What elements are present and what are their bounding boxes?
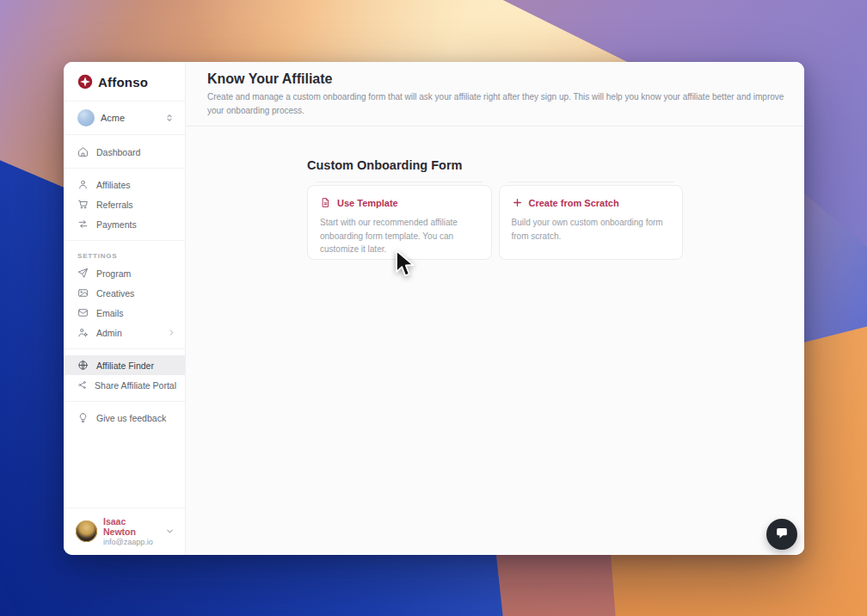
content-area: Custom Onboarding Form Use Template Star… [186,126,804,555]
user-gear-icon [77,327,89,338]
sidebar-item-affiliate-finder[interactable]: Affiliate Finder [64,355,185,375]
chevron-down-icon [165,527,175,536]
user-email: info@zaapp.io [103,538,159,546]
card-description: Build your own custom onboarding form fr… [512,216,671,243]
user-menu[interactable]: Isaac Newton info@zaapp.io [64,508,185,555]
sidebar-item-label: Affiliate Finder [96,360,176,371]
send-icon [77,268,89,279]
sidebar-divider [64,401,185,402]
page-title: Know Your Affiliate [207,71,789,87]
page-subtitle: Create and manage a custom onboarding fo… [207,90,789,117]
workspace-avatar [77,109,95,126]
section-title: Custom Onboarding Form [307,158,683,172]
sidebar-item-label: Share Affiliate Portal [95,380,176,391]
card-create-from-scratch[interactable]: Create from Scratch Build your own custo… [499,185,684,260]
user-avatar [76,521,97,542]
globe-icon [77,360,89,371]
chevron-right-icon [167,328,176,337]
cart-icon [77,199,89,210]
sidebar-item-give-us-feedback[interactable]: Give us feedback [64,408,185,428]
sidebar-item-label: Creatives [96,288,176,299]
sidebar-item-label: Admin [96,328,159,338]
share-icon [77,379,87,391]
sidebar-item-referrals[interactable]: Referrals [64,194,185,214]
image-icon [77,287,89,299]
sidebar-item-affiliates[interactable]: Affiliates [64,175,185,194]
desktop-wallpaper: Affonso Acme Dashboard Affiliates [0,0,867,616]
chat-widget-button[interactable] [766,519,797,550]
sidebar-divider [64,168,185,169]
sidebar-item-share-affiliate-portal[interactable]: Share Affiliate Portal [64,375,185,395]
sidebar-item-admin[interactable]: Admin [64,323,185,342]
app-window: Affonso Acme Dashboard Affiliates [64,62,804,555]
sidebar-item-label: Referrals [96,200,176,210]
app-logo: Affonso [64,62,185,102]
document-icon [320,197,331,208]
sidebar-item-label: Emails [96,308,176,318]
page-header: Know Your Affiliate Create and manage a … [186,62,804,126]
users-icon [77,179,89,190]
workspace-name: Acme [101,113,158,123]
sidebar-item-label: Dashboard [96,147,176,157]
sidebar-item-creatives[interactable]: Creatives [64,283,185,303]
sidebar: Affonso Acme Dashboard Affiliates [64,62,186,555]
onboarding-options: Use Template Start with our recommended … [307,185,683,260]
sidebar-item-label: Program [96,268,176,279]
workspace-selector[interactable]: Acme [64,102,185,135]
sidebar-divider [64,348,185,349]
sidebar-item-payments[interactable]: Payments [64,214,185,234]
chevron-up-down-icon [164,113,175,123]
card-use-template[interactable]: Use Template Start with our recommended … [307,185,492,260]
sidebar-nav: Dashboard Affiliates Referrals Payments … [64,135,185,508]
card-title: Use Template [337,198,398,208]
transfer-icon [77,219,89,230]
card-description: Start with our recommended affiliate onb… [320,216,479,256]
sidebar-item-label: Affiliates [96,180,176,190]
sidebar-item-program[interactable]: Program [64,263,185,283]
main-content: Know Your Affiliate Create and manage a … [186,62,804,555]
app-logo-text: Affonso [98,75,148,89]
card-title: Create from Scratch [529,198,619,208]
sidebar-item-label: Payments [96,219,176,230]
chat-bubble-icon [773,524,790,545]
home-icon [77,146,89,157]
sidebar-item-label: Give us feedback [96,413,176,423]
sidebar-item-dashboard[interactable]: Dashboard [64,142,185,162]
sidebar-section-label: SETTINGS [64,247,185,263]
sidebar-divider [64,240,185,241]
plus-icon [512,197,523,208]
mail-icon [77,307,89,318]
lightbulb-icon [77,412,89,423]
sidebar-item-emails[interactable]: Emails [64,303,185,323]
affonso-logo-icon [77,74,93,89]
user-name: Isaac Newton [103,516,159,537]
